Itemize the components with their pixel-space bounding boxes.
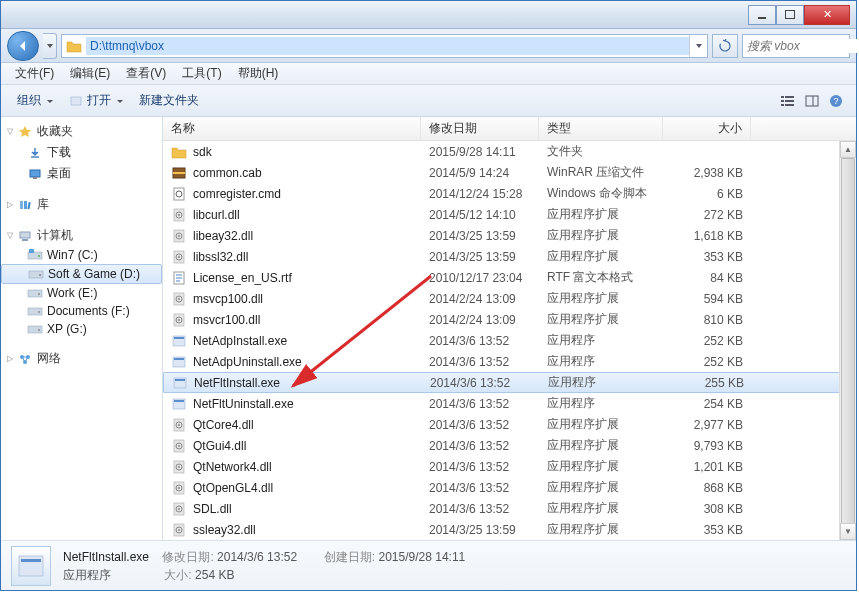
scroll-up-button[interactable]: ▲ — [840, 141, 856, 158]
file-row[interactable]: libeay32.dll2014/3/25 13:59应用程序扩展1,618 K… — [163, 225, 856, 246]
nav-item-downloads[interactable]: 下载 — [1, 142, 162, 163]
file-row[interactable]: libcurl.dll2014/5/12 14:10应用程序扩展272 KB — [163, 204, 856, 225]
file-type: 文件夹 — [539, 143, 663, 160]
refresh-button[interactable] — [712, 34, 738, 58]
search-input[interactable] — [743, 39, 859, 53]
help-button[interactable]: ? — [824, 89, 848, 113]
nav-history-dropdown[interactable] — [43, 33, 57, 59]
nav-item-drive[interactable]: Documents (F:) — [1, 302, 162, 320]
organize-button[interactable]: 组织 — [9, 89, 61, 112]
file-size: 272 KB — [663, 208, 751, 222]
scroll-down-button[interactable]: ▼ — [840, 523, 856, 540]
drive-icon — [27, 322, 43, 336]
file-size: 810 KB — [663, 313, 751, 327]
details-created-value: 2015/9/28 14:11 — [379, 550, 466, 564]
vertical-scrollbar[interactable]: ▲ ▼ — [839, 141, 856, 540]
file-date: 2014/5/12 14:10 — [421, 208, 539, 222]
file-size: 308 KB — [663, 502, 751, 516]
nav-item-drive[interactable]: Soft & Game (D:) — [1, 264, 162, 284]
file-icon — [171, 354, 187, 370]
file-row[interactable]: msvcr100.dll2014/2/24 13:09应用程序扩展810 KB — [163, 309, 856, 330]
file-icon — [171, 522, 187, 538]
nav-item-drive[interactable]: Win7 (C:) — [1, 246, 162, 264]
svg-rect-14 — [33, 177, 37, 179]
menu-tools[interactable]: 工具(T) — [174, 63, 229, 84]
file-icon — [171, 459, 187, 475]
file-row[interactable]: NetAdpUninstall.exe2014/3/6 13:52应用程序252… — [163, 351, 856, 372]
file-icon — [171, 249, 187, 265]
file-icon — [171, 165, 187, 181]
file-icon — [171, 396, 187, 412]
file-row[interactable]: NetAdpInstall.exe2014/3/6 13:52应用程序252 K… — [163, 330, 856, 351]
file-size: 353 KB — [663, 250, 751, 264]
file-row[interactable]: QtGui4.dll2014/3/6 13:52应用程序扩展9,793 KB — [163, 435, 856, 456]
file-row[interactable]: License_en_US.rtf2010/12/17 23:04RTF 富文本… — [163, 267, 856, 288]
back-button[interactable] — [7, 31, 39, 61]
file-row[interactable]: msvcp100.dll2014/2/24 13:09应用程序扩展594 KB — [163, 288, 856, 309]
file-row[interactable]: NetFltUninstall.exe2014/3/6 13:52应用程序254… — [163, 393, 856, 414]
file-icon — [171, 270, 187, 286]
nav-item-drive[interactable]: XP (G:) — [1, 320, 162, 338]
menu-help[interactable]: 帮助(H) — [230, 63, 287, 84]
file-type: 应用程序 — [539, 353, 663, 370]
file-name: QtGui4.dll — [193, 439, 246, 453]
nav-item-desktop[interactable]: 桌面 — [1, 163, 162, 184]
file-date: 2014/12/24 15:28 — [421, 187, 539, 201]
collapse-icon: ▽ — [7, 231, 13, 240]
file-type: 应用程序 — [539, 332, 663, 349]
svg-rect-8 — [785, 104, 794, 106]
file-row[interactable]: QtCore4.dll2014/3/6 13:52应用程序扩展2,977 KB — [163, 414, 856, 435]
file-row[interactable]: libssl32.dll2014/3/25 13:59应用程序扩展353 KB — [163, 246, 856, 267]
file-row[interactable]: comregister.cmd2014/12/24 15:28Windows 命… — [163, 183, 856, 204]
nav-header-network[interactable]: ▷ 网络 — [1, 348, 162, 369]
file-row[interactable]: sdk2015/9/28 14:11文件夹 — [163, 141, 856, 162]
nav-header-computer[interactable]: ▽ 计算机 — [1, 225, 162, 246]
nav-header-libraries[interactable]: ▷ 库 — [1, 194, 162, 215]
address-bar[interactable] — [61, 34, 708, 58]
file-size: 1,201 KB — [663, 460, 751, 474]
svg-rect-17 — [27, 201, 30, 208]
nav-label: 网络 — [37, 350, 61, 367]
svg-rect-5 — [781, 100, 784, 102]
navigation-pane[interactable]: ▽ 收藏夹 下载 桌面 ▷ 库 — [1, 117, 163, 540]
column-size[interactable]: 大小 — [663, 117, 751, 140]
preview-pane-button[interactable] — [800, 89, 824, 113]
address-dropdown[interactable] — [689, 35, 707, 57]
file-size: 254 KB — [663, 397, 751, 411]
file-row[interactable]: NetFltInstall.exe2014/3/6 13:52应用程序255 K… — [163, 372, 856, 393]
star-icon — [17, 125, 33, 139]
new-folder-button[interactable]: 新建文件夹 — [131, 89, 207, 112]
maximize-button[interactable] — [776, 5, 804, 25]
file-row[interactable]: QtOpenGL4.dll2014/3/6 13:52应用程序扩展868 KB — [163, 477, 856, 498]
file-row[interactable]: ssleay32.dll2014/3/25 13:59应用程序扩展353 KB — [163, 519, 856, 540]
menu-file[interactable]: 文件(F) — [7, 63, 62, 84]
file-row[interactable]: common.cab2014/5/9 14:24WinRAR 压缩文件2,938… — [163, 162, 856, 183]
scroll-thumb[interactable] — [841, 158, 855, 540]
body-area: ▽ 收藏夹 下载 桌面 ▷ 库 — [1, 117, 856, 540]
view-options-button[interactable] — [776, 89, 800, 113]
column-type[interactable]: 类型 — [539, 117, 663, 140]
open-button[interactable]: 打开 — [61, 89, 131, 112]
address-input[interactable] — [86, 37, 689, 55]
details-type: 应用程序 — [63, 568, 111, 582]
column-name[interactable]: 名称 — [163, 117, 421, 140]
minimize-button[interactable] — [748, 5, 776, 25]
close-button[interactable] — [804, 5, 850, 25]
file-row[interactable]: QtNetwork4.dll2014/3/6 13:52应用程序扩展1,201 … — [163, 456, 856, 477]
drive-icon — [28, 267, 44, 281]
file-date: 2014/3/6 13:52 — [421, 355, 539, 369]
open-icon — [69, 94, 83, 108]
file-list-body[interactable]: sdk2015/9/28 14:11文件夹common.cab2014/5/9 … — [163, 141, 856, 540]
file-date: 2015/9/28 14:11 — [421, 145, 539, 159]
nav-item-drive[interactable]: Work (E:) — [1, 284, 162, 302]
menu-edit[interactable]: 编辑(E) — [62, 63, 118, 84]
file-name: libssl32.dll — [193, 250, 248, 264]
file-icon — [171, 291, 187, 307]
titlebar[interactable] — [1, 1, 856, 29]
menu-view[interactable]: 查看(V) — [118, 63, 174, 84]
nav-header-favorites[interactable]: ▽ 收藏夹 — [1, 121, 162, 142]
details-pane: NetFltInstall.exe 修改日期: 2014/3/6 13:52 创… — [1, 540, 856, 590]
search-box[interactable] — [742, 34, 850, 58]
file-row[interactable]: SDL.dll2014/3/6 13:52应用程序扩展308 KB — [163, 498, 856, 519]
column-date[interactable]: 修改日期 — [421, 117, 539, 140]
